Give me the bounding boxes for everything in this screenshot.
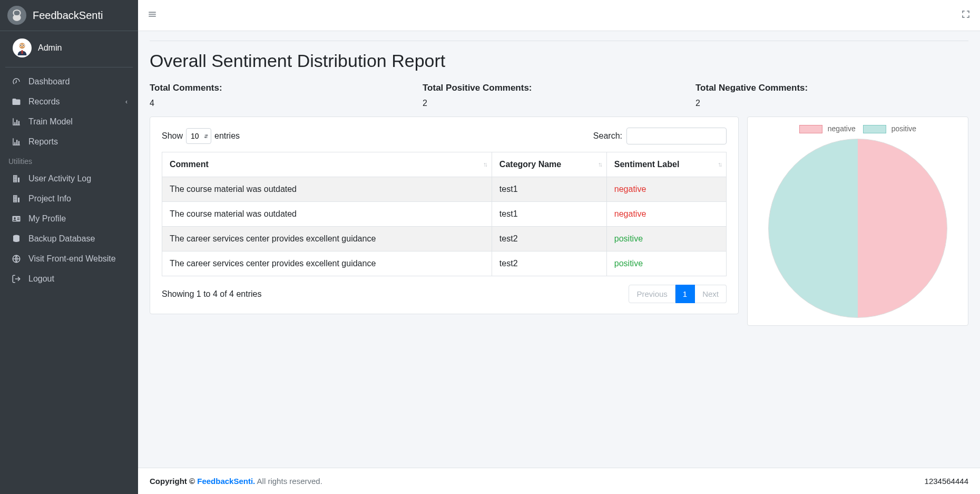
svg-rect-5 bbox=[22, 50, 23, 54]
table-card: Show 10 entries Search: bbox=[150, 117, 739, 314]
building-icon bbox=[11, 174, 22, 183]
pagination: Previous 1 Next bbox=[629, 285, 727, 303]
database-icon bbox=[11, 234, 22, 244]
stat-label: Total Comments: bbox=[150, 83, 423, 93]
cell-comment: The course material was outdated bbox=[162, 202, 492, 227]
brand[interactable]: FeedbackSenti bbox=[0, 0, 138, 31]
nav-header-utilities: Utilities bbox=[4, 152, 134, 169]
footer-brand-link[interactable]: FeedbackSenti. bbox=[197, 477, 255, 486]
menu-toggle-icon[interactable] bbox=[148, 9, 157, 22]
table-row: The course material was outdatedtest1neg… bbox=[162, 177, 727, 202]
gauge-icon bbox=[11, 77, 22, 86]
length-show-label: Show bbox=[162, 131, 183, 141]
globe-icon bbox=[11, 254, 22, 264]
nav-main: Dashboard Records ‹ Train Model Reports … bbox=[0, 67, 138, 293]
col-label: Comment bbox=[170, 160, 209, 169]
sort-icon: ↑↓ bbox=[718, 161, 721, 168]
cell-sentiment: negative bbox=[606, 202, 726, 227]
user-panel[interactable]: Admin bbox=[5, 31, 133, 67]
sidebar-item-logout[interactable]: Logout bbox=[4, 269, 134, 289]
building-icon bbox=[11, 194, 22, 204]
divider bbox=[150, 41, 968, 41]
search-input[interactable] bbox=[626, 128, 727, 144]
col-category[interactable]: Category Name ↑↓ bbox=[492, 152, 606, 177]
chart-icon bbox=[11, 117, 22, 127]
page-number-button[interactable]: 1 bbox=[675, 285, 695, 303]
sidebar-item-project-info[interactable]: Project Info bbox=[4, 189, 134, 209]
topbar bbox=[138, 0, 980, 31]
sort-icon: ↑↓ bbox=[598, 161, 601, 168]
stat-value: 2 bbox=[695, 99, 968, 108]
sidebar-item-label: My Profile bbox=[28, 214, 66, 224]
pie-wrap bbox=[755, 139, 961, 318]
sidebar-item-label: Logout bbox=[28, 274, 54, 284]
table-info: Showing 1 to 4 of 4 entries bbox=[162, 289, 261, 299]
brand-name: FeedbackSenti bbox=[33, 9, 103, 22]
chart-icon bbox=[11, 137, 22, 147]
main: Overall Sentiment Distribution Report To… bbox=[138, 0, 980, 494]
table-row: The course material was outdatedtest1neg… bbox=[162, 202, 727, 227]
table-row: The career services center provides exce… bbox=[162, 227, 727, 251]
footer-rights: All rights reserved. bbox=[257, 477, 322, 486]
sidebar-item-label: Dashboard bbox=[28, 77, 70, 86]
logout-icon bbox=[11, 274, 22, 284]
stat-label: Total Positive Comments: bbox=[423, 83, 695, 93]
cell-category: test2 bbox=[492, 251, 606, 276]
cell-comment: The career services center provides exce… bbox=[162, 227, 492, 251]
panels: Show 10 entries Search: bbox=[150, 117, 968, 326]
page-prev-button[interactable]: Previous bbox=[629, 285, 675, 303]
legend-label: negative bbox=[828, 124, 856, 133]
stat-value: 2 bbox=[423, 99, 695, 108]
app-footer: Copyright © FeedbackSenti. All rights re… bbox=[138, 468, 980, 494]
col-comment[interactable]: Comment ↑↓ bbox=[162, 152, 492, 177]
sidebar-item-user-activity-log[interactable]: User Activity Log bbox=[4, 169, 134, 189]
chart-card: negative positive bbox=[747, 117, 968, 326]
legend-item-negative: negative bbox=[799, 124, 856, 133]
cell-sentiment: positive bbox=[606, 251, 726, 276]
page-title: Overall Sentiment Distribution Report bbox=[150, 51, 968, 71]
page-next-button[interactable]: Next bbox=[695, 285, 727, 303]
svg-point-3 bbox=[20, 45, 21, 46]
sidebar-item-label: Records bbox=[28, 97, 60, 106]
swatch-positive bbox=[863, 125, 886, 133]
sidebar-item-reports[interactable]: Reports bbox=[4, 132, 134, 152]
cell-category: test2 bbox=[492, 227, 606, 251]
table-footer: Showing 1 to 4 of 4 entries Previous 1 N… bbox=[162, 285, 727, 303]
footer-right-text: 1234564444 bbox=[925, 477, 968, 486]
length-select[interactable]: 10 bbox=[186, 128, 211, 144]
sidebar-item-label: User Activity Log bbox=[28, 174, 91, 183]
sidebar-item-backup-database[interactable]: Backup Database bbox=[4, 229, 134, 249]
cell-sentiment: positive bbox=[606, 227, 726, 251]
folder-icon bbox=[11, 97, 22, 106]
sidebar-item-records[interactable]: Records ‹ bbox=[4, 92, 134, 112]
stat-negative: Total Negative Comments: 2 bbox=[695, 83, 968, 108]
swatch-negative bbox=[799, 125, 822, 133]
cell-category: test1 bbox=[492, 177, 606, 202]
fullscreen-icon[interactable] bbox=[961, 9, 971, 21]
chevron-left-icon: ‹ bbox=[125, 98, 128, 105]
sidebar-item-my-profile[interactable]: My Profile bbox=[4, 209, 134, 229]
avatar bbox=[13, 38, 32, 57]
cell-comment: The career services center provides exce… bbox=[162, 251, 492, 276]
sidebar: FeedbackSenti Admin Dashboard Records ‹ … bbox=[0, 0, 138, 494]
chart-legend: negative positive bbox=[755, 124, 961, 133]
brand-logo-icon bbox=[7, 6, 26, 25]
sidebar-item-train-model[interactable]: Train Model bbox=[4, 112, 134, 132]
cell-sentiment: negative bbox=[606, 177, 726, 202]
length-entries-label: entries bbox=[214, 131, 240, 141]
sidebar-item-label: Visit Front-end Website bbox=[28, 254, 116, 264]
pie-chart bbox=[768, 139, 947, 318]
legend-label: positive bbox=[891, 124, 916, 133]
datatable: Comment ↑↓ Category Name ↑↓ Sentiment La… bbox=[162, 152, 727, 276]
cell-comment: The course material was outdated bbox=[162, 177, 492, 202]
col-label: Category Name bbox=[499, 160, 561, 169]
length-control: Show 10 entries bbox=[162, 128, 240, 144]
stat-label: Total Negative Comments: bbox=[695, 83, 968, 93]
col-sentiment[interactable]: Sentiment Label ↑↓ bbox=[606, 152, 726, 177]
stat-total: Total Comments: 4 bbox=[150, 83, 423, 108]
sidebar-item-label: Backup Database bbox=[28, 234, 95, 244]
user-name: Admin bbox=[38, 43, 62, 53]
sort-icon: ↑↓ bbox=[483, 161, 486, 168]
sidebar-item-dashboard[interactable]: Dashboard bbox=[4, 72, 134, 92]
sidebar-item-visit-frontend[interactable]: Visit Front-end Website bbox=[4, 249, 134, 269]
